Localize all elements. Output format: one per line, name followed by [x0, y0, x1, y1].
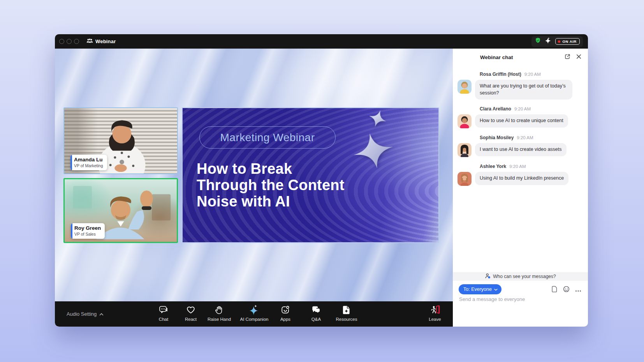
ai-companion-status-icon[interactable]	[545, 37, 552, 46]
message-author: Sophia Mosiley	[480, 135, 514, 140]
close-chat-icon[interactable]	[576, 54, 582, 61]
zoom-window-button[interactable]	[74, 39, 79, 44]
message-author: Clara Arellano	[480, 106, 511, 112]
security-shield-icon[interactable]	[535, 37, 541, 45]
message-author: Rosa Griffin (Host)	[480, 72, 521, 77]
raise-hand-button[interactable]: Raise Hand	[208, 301, 231, 327]
who-can-see-messages-bar[interactable]: Who can see your messages?	[453, 272, 588, 281]
message-author: Ashlee York	[480, 164, 506, 169]
window-controls	[59, 39, 79, 44]
chat-message: Rosa Griffin (Host) 9:20 AM What are you…	[453, 72, 588, 100]
avatar-clara	[457, 114, 472, 128]
minimize-window-button[interactable]	[67, 39, 72, 44]
video-stage: Amanda Lu VP of Marketing	[55, 49, 453, 327]
shared-slide: Marketing Webinar How to Break Through t…	[182, 107, 439, 243]
webinar-chat-panel: Webinar chat Rosa Griffin (Host)	[453, 49, 588, 327]
speaker-name: Amanda Lu	[74, 157, 103, 163]
audio-setting-button[interactable]: Audio Setting	[67, 301, 104, 327]
slide-decoration-star-small	[366, 107, 389, 130]
speaker-role: VP of Marketing	[74, 163, 103, 168]
message-bubble: What are you trying to get out of today’…	[475, 80, 572, 100]
slide-decoration-star-big	[350, 129, 397, 173]
speaker-name: Roy Green	[74, 225, 101, 232]
react-button[interactable]: React	[185, 301, 197, 327]
chat-header: Webinar chat	[453, 49, 588, 66]
participants-icon	[86, 37, 93, 45]
on-air-badge[interactable]: ON AIR	[555, 38, 580, 45]
ai-companion-button[interactable]: AI Companion	[240, 301, 269, 327]
chevron-down-icon	[494, 287, 498, 292]
video-tile-amanda-lu[interactable]: Amanda Lu VP of Marketing	[63, 107, 178, 174]
heart-icon	[186, 305, 196, 315]
apps-icon	[280, 305, 290, 315]
avatar-sophia	[457, 143, 472, 157]
chevron-up-icon	[99, 311, 104, 317]
chat-message: Clara Arellano 9:20 AM How to use AI to …	[453, 106, 588, 128]
webinar-window: Webinar ON AIR	[55, 34, 588, 327]
speaker-role: VP of Sales	[74, 232, 101, 237]
desktop-background: Webinar ON AIR	[0, 0, 644, 362]
window-title: Webinar	[95, 38, 116, 44]
meeting-toolbar: Audio Setting Chat	[55, 301, 453, 327]
apps-button[interactable]: Apps	[280, 301, 290, 327]
person-privacy-icon	[485, 273, 491, 280]
qa-button[interactable]: Q&A	[311, 301, 321, 327]
message-time: 9:20 AM	[517, 135, 533, 140]
name-tag-amanda: Amanda Lu VP of Marketing	[70, 155, 107, 170]
pop-out-chat-icon[interactable]	[564, 53, 571, 61]
message-bubble: I want to use AI to create video assets	[475, 143, 567, 156]
message-time: 9:20 AM	[514, 107, 531, 111]
resources-button[interactable]: Resources	[336, 301, 357, 327]
qa-icon	[311, 305, 321, 315]
message-time: 9:20 AM	[509, 164, 526, 169]
raise-hand-icon	[214, 305, 224, 315]
chat-title: Webinar chat	[480, 49, 513, 66]
privacy-note-text: Who can see your messages?	[493, 274, 556, 279]
emoji-icon[interactable]	[563, 286, 570, 294]
more-options-icon[interactable]	[575, 287, 581, 294]
ai-companion-icon	[249, 305, 259, 315]
chat-message-list: Rosa Griffin (Host) 9:20 AM What are you…	[453, 66, 588, 192]
leave-button[interactable]: Leave	[429, 301, 441, 327]
chat-compose-area: To: Everyone	[453, 281, 588, 327]
chat-icon	[158, 305, 169, 315]
chat-message: Ashlee York 9:20 AM Using AI to build my…	[453, 164, 588, 186]
avatar-rosa	[457, 80, 472, 94]
chat-message: Sophia Mosiley 9:20 AM I want to use AI …	[453, 135, 588, 157]
message-bubble: Using AI to build my LinkedIn presence	[475, 172, 568, 185]
on-air-dot	[558, 40, 561, 43]
chat-button[interactable]: Chat	[158, 301, 169, 327]
slide-badge: Marketing Webinar	[199, 126, 336, 149]
chat-message-input[interactable]	[459, 296, 582, 302]
attach-file-icon[interactable]	[551, 286, 558, 294]
message-bubble: How to use AI to create unique content	[475, 114, 568, 128]
slide-heading: How to Break Through the Content Noise w…	[197, 161, 345, 210]
leave-icon	[430, 305, 440, 315]
title-bar: Webinar ON AIR	[55, 34, 588, 49]
message-time: 9:20 AM	[524, 72, 541, 77]
avatar-ashlee	[457, 172, 472, 186]
send-to-selector[interactable]: To: Everyone	[459, 284, 501, 294]
close-window-button[interactable]	[59, 39, 64, 44]
video-tile-roy-green[interactable]: Roy Green VP of Sales	[63, 178, 178, 243]
resources-icon	[341, 305, 352, 315]
name-tag-roy: Roy Green VP of Sales	[71, 223, 105, 239]
